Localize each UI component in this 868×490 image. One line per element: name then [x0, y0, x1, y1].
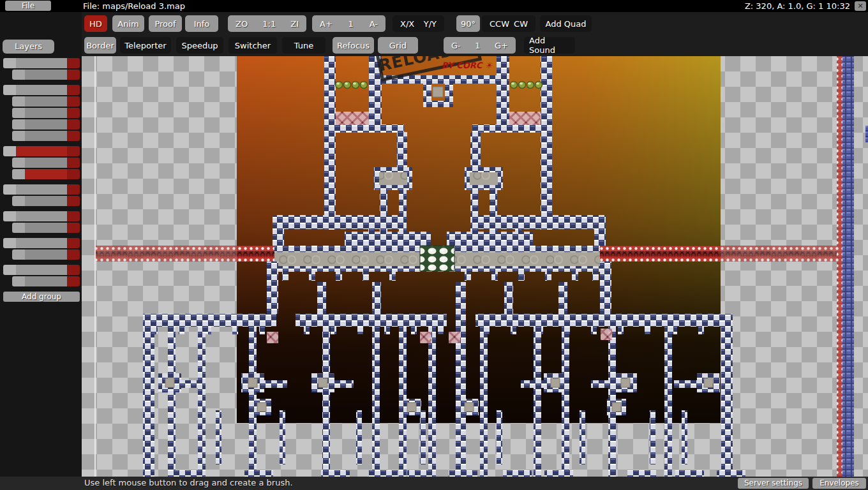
layer-solo-button[interactable]	[67, 265, 80, 275]
layer-visibility-toggle[interactable]	[12, 249, 25, 260]
toolbar-button-border[interactable]: Border	[84, 37, 116, 54]
layer-row-front-4	[12, 108, 80, 118]
toolbar-button-g[interactable]: G+	[495, 41, 508, 50]
toolbar-button-refocus[interactable]: Refocus	[333, 37, 374, 54]
layer-label[interactable]	[25, 70, 67, 80]
layer-visibility-toggle[interactable]	[3, 146, 16, 156]
toolbar-button-anim[interactable]: Anim	[112, 15, 144, 32]
layer-solo-button[interactable]	[67, 276, 80, 286]
armor-pickup-icon	[336, 82, 343, 89]
layer-label[interactable]	[25, 119, 67, 130]
layer-label[interactable]	[25, 223, 67, 233]
layer-visibility-toggle[interactable]	[3, 211, 16, 221]
layer-solo-button[interactable]	[67, 131, 80, 141]
toolbar-button-speedup[interactable]: Speedup	[176, 37, 223, 54]
toolbar-button-a[interactable]: A+	[320, 19, 333, 29]
status-hint: Use left mouse button to drag and create…	[84, 478, 293, 487]
layer-visibility-toggle[interactable]	[12, 70, 25, 80]
layer-group-label[interactable]	[16, 184, 67, 195]
map-drawing-surface[interactable]: RELOADEDBY CORC ☀	[82, 56, 868, 477]
layer-visibility-toggle[interactable]	[3, 184, 16, 195]
layer-group-label[interactable]	[16, 58, 67, 68]
toolbar-button-grid[interactable]: Grid	[378, 37, 418, 54]
toolbar-button-1-1[interactable]: 1:1	[262, 19, 276, 29]
toolbar-button-switcher[interactable]: Switcher	[228, 37, 277, 54]
toolbar-button-proof[interactable]: Proof	[149, 15, 182, 32]
layer-solo-button[interactable]	[67, 169, 80, 179]
map-canvas[interactable]: RELOADEDBY CORC ☀	[82, 56, 868, 477]
layer-group-label[interactable]	[16, 238, 67, 248]
layer-visibility-toggle[interactable]	[12, 276, 25, 286]
layer-visibility-toggle[interactable]	[12, 158, 25, 168]
layer-label[interactable]	[25, 249, 67, 260]
layer-row-quads-1	[12, 70, 80, 80]
toolbar-button-add-quad[interactable]: Add Quad	[540, 15, 592, 32]
layer-visibility-toggle[interactable]	[12, 131, 25, 141]
server-settings-button[interactable]: Server settings	[738, 478, 809, 489]
layer-solo-button[interactable]	[67, 146, 80, 156]
toolbar-button-zi[interactable]: ZI	[290, 19, 299, 29]
layer-solo-button[interactable]	[67, 96, 80, 107]
layer-visibility-toggle[interactable]	[12, 196, 25, 206]
layer-label[interactable]	[25, 158, 67, 168]
toolbar-button-90[interactable]: 90°	[456, 15, 480, 32]
toolbar-button-1[interactable]: 1	[475, 41, 480, 50]
toolbar-button-cw[interactable]: CW	[514, 19, 528, 29]
toolbar-button-info[interactable]: Info	[185, 15, 218, 32]
layer-visibility-toggle[interactable]	[3, 58, 16, 68]
layer-visibility-toggle[interactable]	[12, 119, 25, 130]
layer-visibility-toggle[interactable]	[12, 96, 25, 107]
toolbar-button-teleporter[interactable]: Teleporter	[120, 37, 171, 54]
toolbar-button-tune[interactable]: Tune	[282, 37, 326, 54]
layer-solo-button[interactable]	[67, 119, 80, 130]
layer-solo-button[interactable]	[67, 108, 80, 118]
toolbar-button-x-x[interactable]: X/X	[400, 19, 414, 29]
layer-label[interactable]	[25, 276, 67, 286]
layer-visibility-toggle[interactable]	[12, 169, 25, 179]
layer-group-label[interactable]	[16, 211, 67, 221]
file-menu-button[interactable]: File	[5, 1, 51, 11]
armor-pickup-icon	[511, 82, 518, 89]
layer-visibility-toggle[interactable]	[12, 223, 25, 233]
layer-solo-button[interactable]	[67, 249, 80, 260]
layer-solo-button[interactable]	[67, 158, 80, 168]
layer-row-quads-15	[12, 249, 80, 260]
layer-group-label[interactable]	[16, 85, 67, 95]
layer-visibility-toggle[interactable]	[3, 265, 16, 275]
layer-solo-button[interactable]	[67, 58, 80, 68]
layer-solo-button[interactable]	[67, 211, 80, 221]
layer-solo-button[interactable]	[67, 238, 80, 248]
layer-visibility-toggle[interactable]	[3, 85, 16, 95]
toolbar-button-add-sound[interactable]: Add Sound	[524, 37, 575, 54]
envelopes-button[interactable]: Envelopes	[812, 478, 866, 489]
toolbar-button-g[interactable]: G-	[451, 41, 461, 50]
layer-visibility-toggle[interactable]	[12, 108, 25, 118]
layer-group-label[interactable]	[16, 265, 67, 275]
toolbar-group-x-x-y-y: X/XY/Y	[393, 15, 444, 32]
layer-row-tiles-11	[12, 196, 80, 206]
layer-label[interactable]	[25, 131, 67, 141]
toolbar-button-a[interactable]: A-	[370, 19, 378, 29]
layer-label[interactable]	[25, 96, 67, 107]
layer-label[interactable]	[25, 108, 67, 118]
add-group-button[interactable]: Add group	[3, 292, 80, 302]
layer-solo-button[interactable]	[67, 223, 80, 233]
toolbar-button-zo[interactable]: ZO	[236, 19, 248, 29]
layer-label[interactable]	[25, 196, 67, 206]
layers-header-button[interactable]: Layers	[3, 40, 54, 54]
toolbar-button-y-y[interactable]: Y/Y	[424, 19, 437, 29]
layer-group-label[interactable]	[16, 146, 67, 156]
toolbar-button-1[interactable]: 1	[348, 19, 354, 29]
toolbar-button-hd[interactable]: HD	[84, 15, 107, 32]
layer-visibility-toggle[interactable]	[3, 238, 16, 248]
toolbar-button-ccw[interactable]: CCW	[490, 19, 509, 29]
armor-pickup-icon	[519, 82, 526, 89]
layer-label[interactable]	[25, 169, 67, 179]
layer-solo-button[interactable]	[67, 184, 80, 195]
layer-solo-button[interactable]	[67, 196, 80, 206]
layer-solo-button[interactable]	[67, 70, 80, 80]
close-icon[interactable]: ✕	[855, 1, 866, 11]
layer-solo-button[interactable]	[67, 85, 80, 95]
map-byline-text: BY CORC ☀	[442, 61, 493, 70]
layer-row-6-16	[3, 265, 80, 275]
